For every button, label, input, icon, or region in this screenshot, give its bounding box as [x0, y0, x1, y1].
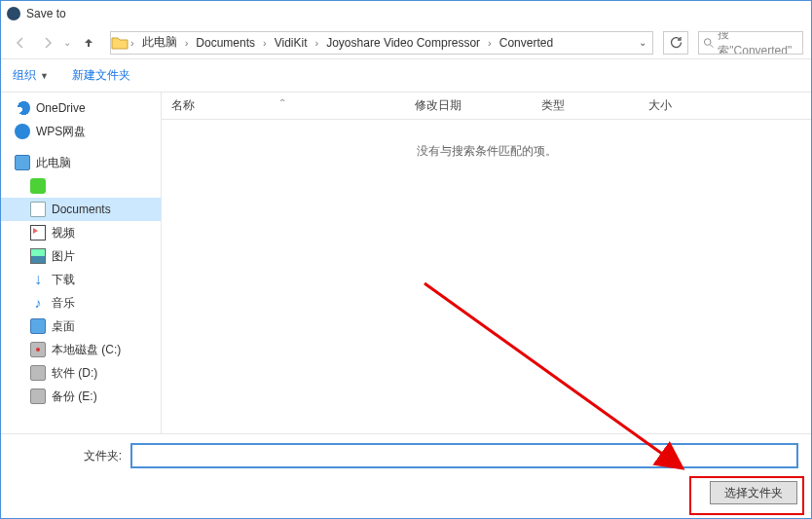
chevron-icon: ›: [129, 37, 136, 49]
up-button[interactable]: [77, 31, 100, 55]
address-bar[interactable]: › 此电脑 › Documents › VidiKit › Joyoshare …: [110, 31, 653, 55]
sidebar-drive-d[interactable]: 软件 (D:): [1, 361, 161, 385]
search-icon: [703, 37, 714, 49]
documents-icon: [30, 202, 46, 217]
folder-label: 文件夹:: [15, 448, 122, 464]
back-button[interactable]: [9, 31, 32, 55]
drive-icon: [30, 389, 46, 404]
wps-icon: [15, 124, 30, 139]
sidebar-this-pc[interactable]: 此电脑: [1, 151, 161, 174]
sidebar-drive-e[interactable]: 备份 (E:): [1, 385, 161, 408]
header-type[interactable]: 类型: [532, 97, 639, 114]
search-box[interactable]: 搜索"Converted": [698, 31, 803, 55]
sort-indicator-icon: ⌃: [278, 97, 286, 108]
crumb-pc[interactable]: 此电脑: [136, 32, 183, 54]
chevron-icon: ›: [183, 37, 191, 49]
nav-bar: ⌄ › 此电脑 › Documents › VidiKit › Joyoshar…: [1, 26, 811, 59]
toolbar: 组织 ▼ 新建文件夹: [1, 59, 811, 93]
sidebar: OneDrive WPS网盘 此电脑 Documents 视频 图片 ↓下载 ♪…: [1, 93, 162, 453]
new-folder-button[interactable]: 新建文件夹: [72, 67, 130, 84]
header-name[interactable]: 名称⌃: [162, 97, 405, 114]
crumb-vidikit[interactable]: VidiKit: [269, 32, 314, 54]
bottom-panel: 文件夹: 选择文件夹: [1, 433, 811, 518]
column-headers: 名称⌃ 修改日期 类型 大小: [162, 93, 811, 120]
sidebar-wps[interactable]: WPS网盘: [1, 120, 161, 143]
recent-dropdown[interactable]: ⌄: [63, 37, 73, 48]
window-title: Save to: [26, 7, 66, 20]
organize-menu[interactable]: 组织 ▼: [13, 67, 49, 84]
empty-message: 没有与搜索条件匹配的项。: [162, 120, 811, 160]
music-icon: ♪: [30, 295, 46, 311]
path-dropdown[interactable]: ⌄: [633, 37, 652, 48]
sidebar-music[interactable]: ♪音乐: [1, 291, 161, 315]
picture-icon: [30, 248, 46, 264]
crumb-converted[interactable]: Converted: [494, 32, 559, 54]
sidebar-downloads[interactable]: ↓下载: [1, 268, 161, 291]
chevron-icon: ›: [486, 37, 494, 49]
sidebar-documents[interactable]: Documents: [1, 198, 161, 221]
sidebar-desktop[interactable]: 桌面: [1, 315, 161, 338]
header-size[interactable]: 大小: [639, 97, 811, 114]
forward-button[interactable]: [36, 31, 59, 55]
header-date[interactable]: 修改日期: [405, 97, 532, 114]
sidebar-green-item[interactable]: [1, 174, 161, 198]
sidebar-drive-c[interactable]: 本地磁盘 (C:): [1, 338, 161, 361]
sidebar-videos[interactable]: 视频: [1, 221, 161, 244]
pc-icon: [15, 155, 30, 170]
green-icon: [30, 178, 46, 194]
drive-icon: [30, 342, 46, 357]
video-icon: [30, 225, 46, 241]
crumb-joyoshare[interactable]: Joyoshare Video Compressor: [320, 32, 486, 54]
chevron-icon: ›: [314, 37, 321, 49]
select-folder-button[interactable]: 选择文件夹: [710, 481, 797, 504]
drive-icon: [30, 365, 46, 381]
folder-icon: [111, 35, 129, 51]
svg-point-0: [704, 38, 711, 45]
refresh-button[interactable]: [663, 31, 688, 55]
chevron-icon: ›: [261, 37, 269, 49]
desktop-icon: [30, 318, 46, 334]
content-pane: 名称⌃ 修改日期 类型 大小 没有与搜索条件匹配的项。: [162, 93, 811, 453]
sidebar-pictures[interactable]: 图片: [1, 244, 161, 268]
titlebar: Save to: [1, 1, 811, 26]
folder-row: 文件夹:: [15, 444, 797, 467]
main-area: OneDrive WPS网盘 此电脑 Documents 视频 图片 ↓下载 ♪…: [1, 93, 811, 453]
search-placeholder: 搜索"Converted": [718, 31, 798, 55]
folder-input[interactable]: [131, 444, 797, 467]
onedrive-icon: [15, 100, 30, 116]
download-icon: ↓: [30, 272, 46, 287]
app-icon: [7, 7, 20, 20]
crumb-documents[interactable]: Documents: [190, 32, 261, 54]
sidebar-onedrive[interactable]: OneDrive: [1, 96, 161, 120]
